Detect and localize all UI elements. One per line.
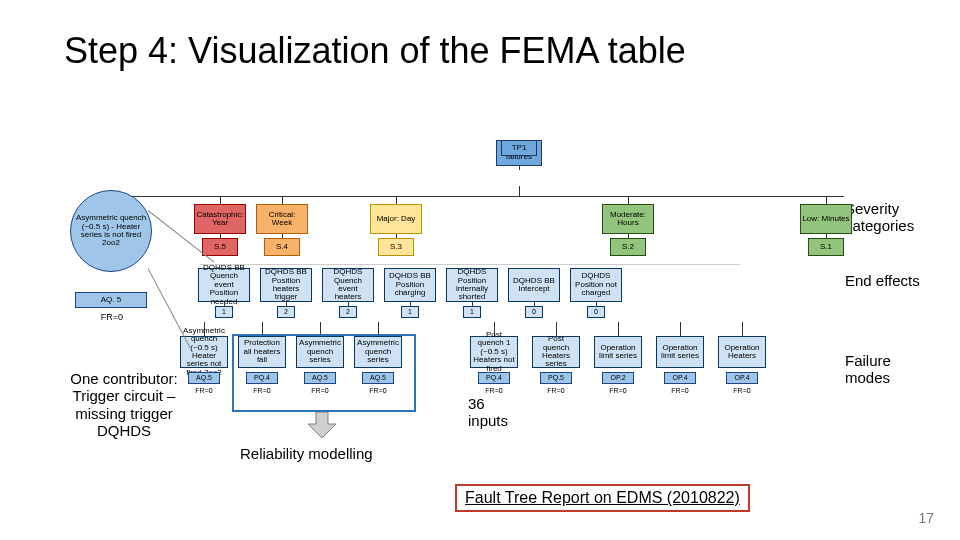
zoom-aq: AQ. 5 bbox=[75, 292, 147, 308]
sev-low: Low: Minutes bbox=[800, 204, 852, 234]
end-effect-count: 1 bbox=[463, 306, 481, 318]
sev-sub-2: S.2 bbox=[610, 238, 646, 256]
sev-sub-3: S.3 bbox=[378, 238, 414, 256]
failure-mode-fr: FR=0 bbox=[540, 386, 572, 396]
sev-catastrophic: Catastrophic: Year bbox=[194, 204, 246, 234]
failure-mode-node: Operation limit series bbox=[656, 336, 704, 368]
arrow-down-icon bbox=[308, 412, 336, 438]
failure-mode-fr: FR=0 bbox=[726, 386, 758, 396]
zoom-fr: FR=0 bbox=[90, 312, 134, 324]
slide: Step 4: Visualization of the FEMA table … bbox=[0, 0, 960, 540]
failure-mode-fr: FR=0 bbox=[188, 386, 220, 396]
svg-marker-0 bbox=[308, 412, 336, 438]
sev-major: Major: Day bbox=[370, 204, 422, 234]
failure-mode-fr: FR=0 bbox=[664, 386, 696, 396]
failure-mode-node: Post quench Heaters series bbox=[532, 336, 580, 368]
edms-link-text: Fault Tree Report on EDMS (2010822) bbox=[465, 489, 740, 506]
end-effect-node: DQHDS Position internally shorted bbox=[446, 268, 498, 302]
end-effect-count: 1 bbox=[401, 306, 419, 318]
end-effect-count: 1 bbox=[215, 306, 233, 318]
failure-mode-id: PQ.4 bbox=[478, 372, 510, 384]
page-title: Step 4: Visualization of the FEMA table bbox=[64, 30, 686, 72]
edms-link[interactable]: Fault Tree Report on EDMS (2010822) bbox=[455, 484, 750, 512]
failure-mode-node: Post quench 1 (~0.5 s) Heaters not fired bbox=[470, 336, 518, 368]
failure-mode-id: AQ.5 bbox=[188, 372, 220, 384]
end-effect-node: DQHDS BB Intercept bbox=[508, 268, 560, 302]
failure-mode-id: PQ.5 bbox=[540, 372, 572, 384]
failure-mode-node: Operation Heaters bbox=[718, 336, 766, 368]
page-number: 17 bbox=[918, 510, 934, 526]
end-effect-count: 0 bbox=[525, 306, 543, 318]
failure-mode-id: OP.2 bbox=[602, 372, 634, 384]
node-tp1: TP1 bbox=[501, 140, 537, 156]
sev-moderate: Moderate: Hours bbox=[602, 204, 654, 234]
end-effect-node: DQHDS BB Position charging bbox=[384, 268, 436, 302]
failure-mode-node: Operation limit series bbox=[594, 336, 642, 368]
label-reliability: Reliability modelling bbox=[240, 445, 373, 462]
end-effect-node: DQHDS Position not charged bbox=[570, 268, 622, 302]
failure-mode-id: OP.4 bbox=[664, 372, 696, 384]
end-effect-node: DQHDS Quench event heaters bbox=[322, 268, 374, 302]
zoom-circle: Asymmetric quench (~0.5 s) - Heater seri… bbox=[70, 190, 152, 272]
failure-mode-id: OP.4 bbox=[726, 372, 758, 384]
end-effect-count: 2 bbox=[277, 306, 295, 318]
end-effect-node: DQHDS BB Quench event Position needed bbox=[198, 268, 250, 302]
end-effect-count: 2 bbox=[339, 306, 357, 318]
end-effect-count: 0 bbox=[587, 306, 605, 318]
sev-sub-4: S.4 bbox=[264, 238, 300, 256]
diagram: LHC failures TP1 Catastrophic: Year S.5 … bbox=[70, 140, 890, 420]
failure-mode-fr: FR=0 bbox=[602, 386, 634, 396]
end-effect-node: DQHDS BB Position heaters trigger bbox=[260, 268, 312, 302]
sev-critical: Critical: Week bbox=[256, 204, 308, 234]
sev-sub-5: S.5 bbox=[202, 238, 238, 256]
failure-mode-fr: FR=0 bbox=[478, 386, 510, 396]
sev-sub-1: S.1 bbox=[808, 238, 844, 256]
highlight-box bbox=[232, 334, 416, 412]
